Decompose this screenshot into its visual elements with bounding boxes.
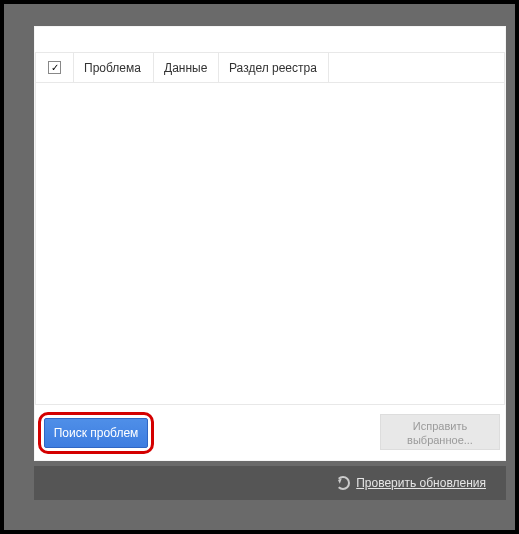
column-header-spacer: [329, 53, 504, 82]
column-header-data[interactable]: Данные: [154, 53, 219, 82]
check-updates-link[interactable]: Проверить обновления: [356, 476, 486, 490]
fix-selected-button: Исправить выбранное...: [380, 414, 500, 450]
action-bar: Поиск проблем Исправить выбранное...: [35, 412, 505, 454]
table-header-row: ✓ Проблема Данные Раздел реестра: [36, 53, 504, 83]
refresh-icon: [336, 476, 350, 490]
column-header-select[interactable]: ✓: [36, 53, 74, 82]
fix-selected-line1: Исправить: [413, 420, 467, 432]
select-all-checkbox[interactable]: ✓: [48, 61, 61, 74]
search-button-highlight: Поиск проблем: [38, 412, 154, 454]
status-bar: Проверить обновления: [34, 466, 506, 500]
fix-selected-line2: выбранное...: [407, 434, 473, 446]
main-panel: ✓ Проблема Данные Раздел реестра Поиск п…: [34, 26, 506, 461]
search-problems-button[interactable]: Поиск проблем: [44, 418, 148, 448]
results-table: ✓ Проблема Данные Раздел реестра: [35, 52, 505, 405]
app-window: ✓ Проблема Данные Раздел реестра Поиск п…: [4, 4, 515, 530]
column-header-problem[interactable]: Проблема: [74, 53, 154, 82]
column-header-registry[interactable]: Раздел реестра: [219, 53, 329, 82]
